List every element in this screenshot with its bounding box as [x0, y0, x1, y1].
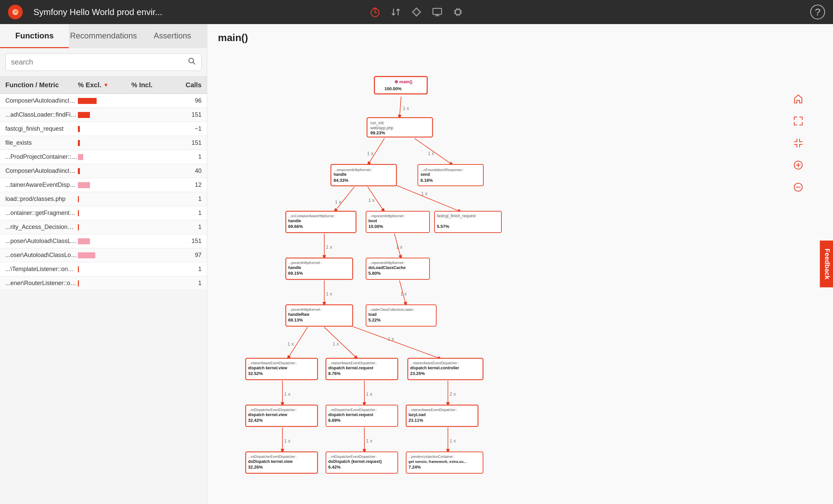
node-component-handle[interactable]: ...mponentHttpKernel:: boot 10.00%	[366, 211, 430, 233]
table-row[interactable]: ...ProdProjectContainer::getTwigService …	[0, 150, 207, 164]
svg-text:69.13%: 69.13%	[288, 317, 303, 322]
svg-text:1 x: 1 x	[284, 438, 290, 443]
row-calls: 151	[171, 238, 201, 245]
table-row[interactable]: fastcgi_finish_request ~1	[0, 122, 207, 136]
tab-functions[interactable]: Functions	[0, 24, 69, 48]
diamond-icon[interactable]	[411, 6, 422, 18]
row-calls: 1	[171, 195, 201, 202]
search-input[interactable]	[11, 58, 188, 67]
table-body: Composer\Autoload\includeFile 96 ...ad\C…	[0, 94, 207, 290]
node-dispatcher3[interactable]: ...ntainerAwareEventDispatcher:: dispatc…	[408, 358, 483, 380]
compress-button[interactable]	[790, 135, 806, 151]
row-calls: 1	[171, 223, 201, 231]
svg-text:handle: handle	[288, 219, 301, 223]
row-calls: ~1	[171, 125, 201, 133]
table-row[interactable]: ...ad\ClassLoader::findFileWithExtension…	[0, 108, 207, 122]
svg-text:...omponentHttpKernel::: ...omponentHttpKernel::	[334, 168, 372, 172]
excl-bar	[78, 98, 97, 104]
excl-bar	[78, 281, 79, 286]
table-row[interactable]: load::prod/classes.php 1	[0, 192, 207, 206]
monitor-icon[interactable]	[431, 6, 443, 18]
node-foundation-response[interactable]: ...nFoundation\Response:: send 6.16%	[418, 164, 483, 186]
svg-text:send: send	[421, 172, 430, 177]
node-mtdispatch2[interactable]: ...mtDispatcherEventDispatcher:: dispatc…	[326, 405, 398, 427]
table-row[interactable]: ...ener\RouterListener::onKernelRequest …	[0, 277, 207, 290]
excl-bar	[78, 126, 80, 132]
row-function-name: ...\TemplateListener::onKernelController	[5, 266, 78, 273]
svg-text:run_init:: run_init:	[371, 121, 385, 125]
svg-text:doDispatch {kernel.request}: doDispatch {kernel.request}	[328, 459, 382, 464]
node-run-init[interactable]: run_init: web/app.php 99.23%	[367, 118, 432, 137]
node-fastcgi[interactable]: fastcgi_finish_request 5.57%	[434, 211, 501, 233]
table-row[interactable]: ...rity_Access_DecisionManagerService 1	[0, 220, 207, 234]
tab-assertions[interactable]: Assertions	[138, 24, 207, 48]
tab-recommendations[interactable]: Recommendations	[69, 24, 138, 48]
node-classloader[interactable]: ...oaderClassCollectionLoader:: load 5.2…	[366, 305, 436, 326]
node-main[interactable]: ⊕ main() 100.00%	[374, 76, 427, 94]
zoom-in-button[interactable]	[790, 157, 806, 173]
node-mtdispatch1[interactable]: ...mtDispatcherEventDispatcher:: dispatc…	[246, 405, 317, 427]
row-excl	[78, 140, 132, 146]
timer-icon[interactable]	[370, 6, 381, 18]
sort-arrow-icon: ▼	[103, 82, 109, 88]
svg-text:get sensio, framework, extra.s: get sensio, framework, extra.su...	[408, 459, 467, 463]
row-function-name: load::prod/classes.php	[5, 195, 78, 202]
svg-rect-4	[456, 10, 460, 15]
table-row[interactable]: file_exists 151	[0, 136, 207, 150]
sort-icon[interactable]	[390, 6, 402, 18]
row-excl	[78, 281, 132, 286]
svg-text:...onContainerAwareHttpKerne::: ...onContainerAwareHttpKerne::	[288, 214, 336, 218]
zoom-out-button[interactable]	[790, 179, 806, 195]
col-header-excl: % Excl. ▼	[78, 81, 132, 89]
row-function-name: ...tainerAwareEventDispatcher::lazyLoad	[5, 182, 78, 189]
svg-text:1 x: 1 x	[396, 244, 402, 250]
svg-text:32.42%: 32.42%	[248, 418, 263, 423]
node-kernel-handle[interactable]: ...omponentHttpKernel:: handle 84.33%	[331, 164, 397, 186]
node-container-aware[interactable]: ...onContainerAwareHttpKerne:: handle 69…	[286, 211, 356, 233]
excl-bar-container	[78, 266, 98, 272]
chip-icon[interactable]	[452, 6, 463, 18]
table-row[interactable]: ...ontainer::getFragment_HandlerService …	[0, 206, 207, 220]
left-panel: Functions Recommendations Assertions	[0, 24, 207, 504]
row-excl	[78, 252, 132, 258]
table-row[interactable]: ...poser\Autoload\ClassLoader::findFile …	[0, 234, 207, 248]
node-dispatcher2[interactable]: ...ntainerAwareEventDispatcher:: dispatc…	[326, 358, 398, 380]
excl-bar-container	[78, 224, 98, 230]
side-controls	[790, 91, 806, 195]
svg-text:2 x: 2 x	[450, 391, 456, 397]
table-row[interactable]: Composer\Autoload\includeFile 96	[0, 94, 207, 108]
table-row[interactable]: ...tainerAwareEventDispatcher::lazyLoad …	[0, 178, 207, 192]
app-logo[interactable]: 🔥	[8, 5, 23, 19]
node-dodispatch1[interactable]: ...mtDispatcherEventDispatcher:: doDispa…	[246, 452, 317, 473]
flowchart-area[interactable]: 1 x 1 x 1 x 1 x 1 x 1 x 1 x	[207, 51, 833, 504]
svg-text:6.69%: 6.69%	[328, 418, 341, 423]
node-ponent-handle2[interactable]: ...ponentHttpKernel:: handle 69.15%	[286, 258, 353, 280]
node-dependency[interactable]: ...pendencyInjectionContainer:: get sens…	[406, 452, 483, 473]
search-icon[interactable]	[188, 57, 196, 67]
table-row[interactable]: ...\TemplateListener::onKernelController…	[0, 262, 207, 277]
feedback-tab[interactable]: Feedback	[819, 241, 833, 287]
navbar: 🔥 Symfony Hello World prod envir...	[0, 0, 833, 24]
node-dispatcher1[interactable]: ...ntainerAwareEventDispatcher:: dispatc…	[246, 358, 317, 380]
table-row[interactable]: Composer\Autoload\includeFile@1 40	[0, 164, 207, 178]
node-doload-class[interactable]: ...mponentHttpKernel:: doLoadClassCache …	[366, 258, 430, 280]
excl-bar	[78, 140, 80, 146]
svg-text:5.80%: 5.80%	[368, 271, 381, 276]
home-button[interactable]	[790, 91, 806, 107]
table-row[interactable]: ...oser\Autoload\ClassLoader::loadClass …	[0, 248, 207, 262]
excl-bar-container	[78, 126, 98, 132]
help-button[interactable]: ?	[810, 5, 825, 19]
svg-text:6.16%: 6.16%	[421, 178, 433, 183]
svg-text:...ntainerAwareEventDispatcher: ...ntainerAwareEventDispatcher::	[408, 408, 457, 412]
row-function-name: ...ProdProjectContainer::getTwigService	[5, 153, 78, 161]
svg-text:...ntainerAwareEventDispatcher: ...ntainerAwareEventDispatcher::	[328, 361, 377, 365]
svg-text:dispatch kernel.request: dispatch kernel.request	[328, 366, 373, 370]
expand-button[interactable]	[790, 113, 806, 129]
svg-text:1 x: 1 x	[333, 341, 339, 346]
svg-text:...pendencyInjectionContainer:: ...pendencyInjectionContainer::	[408, 455, 455, 459]
svg-text:1 x: 1 x	[428, 151, 434, 156]
node-mtdispatch3[interactable]: ...ntainerAwareEventDispatcher:: lazyLoa…	[406, 405, 478, 427]
row-excl	[78, 238, 132, 244]
node-dodispatch2[interactable]: ...mtDispatcherEventDispatcher:: doDispa…	[326, 452, 398, 473]
node-ponent-handleflow[interactable]: ...ponentHttpKernel:: handleRaw 69.13%	[286, 305, 353, 326]
